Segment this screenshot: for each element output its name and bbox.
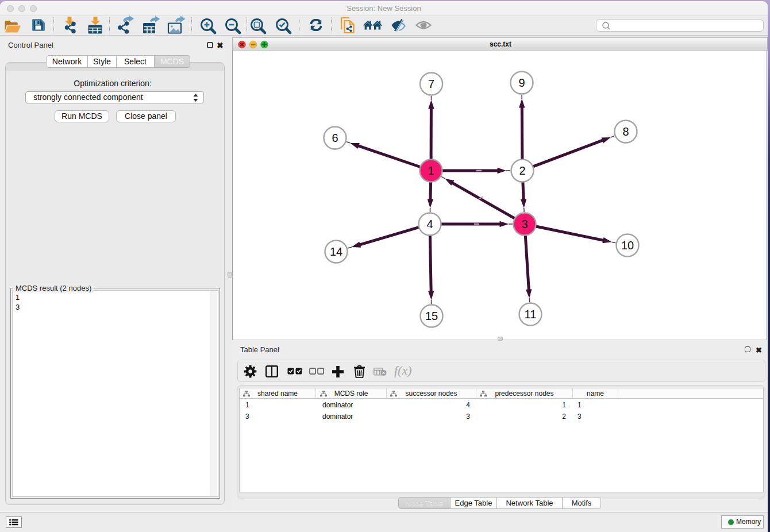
svg-text:8: 8 (622, 125, 629, 138)
svg-text:2: 2 (519, 164, 525, 177)
svg-text:6: 6 (332, 132, 338, 144)
svg-text:9: 9 (518, 76, 525, 89)
svg-text:15: 15 (425, 310, 438, 322)
svg-text:7: 7 (428, 78, 434, 90)
svg-text:11: 11 (525, 308, 537, 321)
svg-text:14: 14 (330, 245, 342, 258)
svg-text:1: 1 (428, 164, 434, 177)
svg-text:4: 4 (426, 218, 433, 230)
svg-text:3: 3 (521, 218, 528, 230)
svg-text:10: 10 (621, 239, 634, 252)
